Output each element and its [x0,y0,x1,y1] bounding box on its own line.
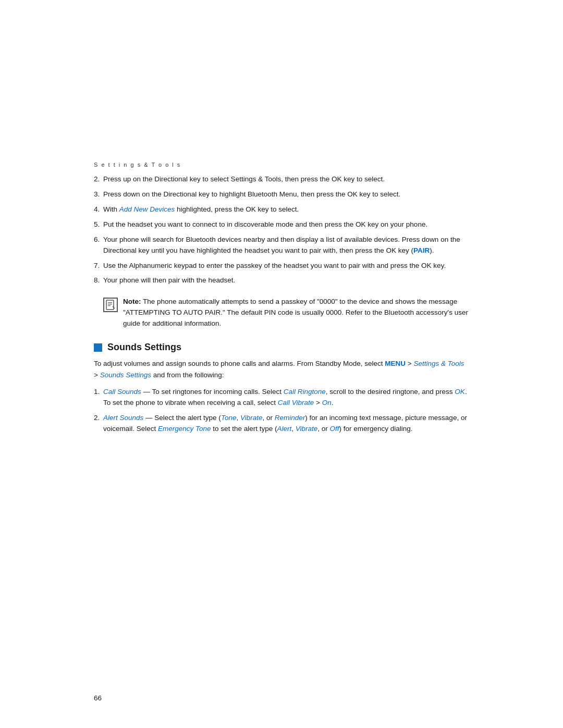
step-2-num: 2. [94,174,103,185]
sounds-settings-list: 1. Call Sounds — To set ringtones for in… [94,387,469,435]
step-7-text: Use the Alphanumeric keypad to enter the… [103,261,469,272]
svg-rect-2 [108,304,112,304]
vibrate-link[interactable]: Vibrate [240,414,263,422]
on-link[interactable]: On [322,399,332,406]
sounds-item-1-text: Call Sounds — To set ringtones for incom… [103,387,469,409]
step-6: 6. Your phone will search for Bluetooth … [94,235,469,256]
settings-tools-link[interactable]: Settings & Tools [413,360,464,367]
step-5-text: Put the headset you want to connect to i… [103,219,469,230]
section-label: S e t t i n g s & T o o l s [94,162,469,168]
alert-sounds-link[interactable]: Alert Sounds [103,414,143,422]
steps-list: 2. Press up on the Directional key to se… [94,174,469,286]
step-3-num: 3. [94,189,103,200]
svg-rect-0 [106,300,114,310]
note-bold-label: Note: [123,298,141,305]
step-3-text: Press down on the Directional key to hig… [103,189,469,200]
note-text: Note: The phone automatically attempts t… [123,297,469,329]
emergency-tone-link[interactable]: Emergency Tone [158,425,211,433]
intro-part2: > [406,360,413,367]
menu-link[interactable]: MENU [385,360,406,367]
step-6-num: 6. [94,235,103,256]
sounds-item-2-text: Alert Sounds — Select the alert type (To… [103,413,469,435]
call-vibrate-link[interactable]: Call Vibrate [278,399,314,406]
section-title-blue-box [94,343,102,352]
sounds-item-1-num: 1. [94,387,103,409]
step-8: 8. Your phone will then pair with the he… [94,275,469,286]
sounds-settings-section-title: Sounds Settings [94,342,469,353]
page-number: 66 [94,694,102,702]
note-icon [103,298,118,312]
note-svg-icon [106,300,115,310]
step-4-num: 4. [94,204,103,215]
step-8-num: 8. [94,275,103,286]
step-8-text: Your phone will then pair with the heads… [103,275,469,286]
sounds-item-2: 2. Alert Sounds — Select the alert type … [94,413,469,435]
step-7: 7. Use the Alphanumeric keypad to enter … [94,261,469,272]
step-5: 5. Put the headset you want to connect t… [94,219,469,230]
reminder-link[interactable]: Reminder [275,414,305,422]
step-4-text: With Add New Devices highlighted, press … [103,204,469,215]
ok-link[interactable]: OK [455,388,465,396]
step-3: 3. Press down on the Directional key to … [94,189,469,200]
content-area: S e t t i n g s & T o o l s 2. Press up … [0,0,563,487]
step-7-num: 7. [94,261,103,272]
sounds-settings-link[interactable]: Sounds Settings [100,371,151,379]
sounds-settings-title: Sounds Settings [107,342,181,353]
page: S e t t i n g s & T o o l s 2. Press up … [0,0,563,728]
add-new-devices-link[interactable]: Add New Devices [119,205,175,213]
sounds-settings-intro: To adjust volumes and assign sounds to p… [94,358,469,380]
step-5-num: 5. [94,219,103,230]
sounds-item-1: 1. Call Sounds — To set ringtones for in… [94,387,469,409]
intro-part3: > [94,371,100,379]
tone-link[interactable]: Tone [221,414,237,422]
note-body: The phone automatically attempts to send… [123,298,468,327]
off-link[interactable]: Off [330,425,339,433]
alert-link[interactable]: Alert [277,425,291,433]
intro-part4: and from the following: [151,371,224,379]
call-sounds-link[interactable]: Call Sounds [103,388,141,396]
call-ringtone-link[interactable]: Call Ringtone [284,388,326,396]
note-box: Note: The phone automatically attempts t… [103,297,469,329]
svg-rect-3 [108,305,111,306]
step-4: 4. With Add New Devices highlighted, pre… [94,204,469,215]
vibrate2-link[interactable]: Vibrate [296,425,318,433]
pair-link[interactable]: PAIR [413,246,430,254]
sounds-item-2-num: 2. [94,413,103,435]
svg-rect-1 [108,302,112,303]
step-6-text: Your phone will search for Bluetooth dev… [103,235,469,256]
step-2: 2. Press up on the Directional key to se… [94,174,469,185]
intro-part1: To adjust volumes and assign sounds to p… [94,360,385,367]
step-2-text: Press up on the Directional key to selec… [103,174,469,185]
